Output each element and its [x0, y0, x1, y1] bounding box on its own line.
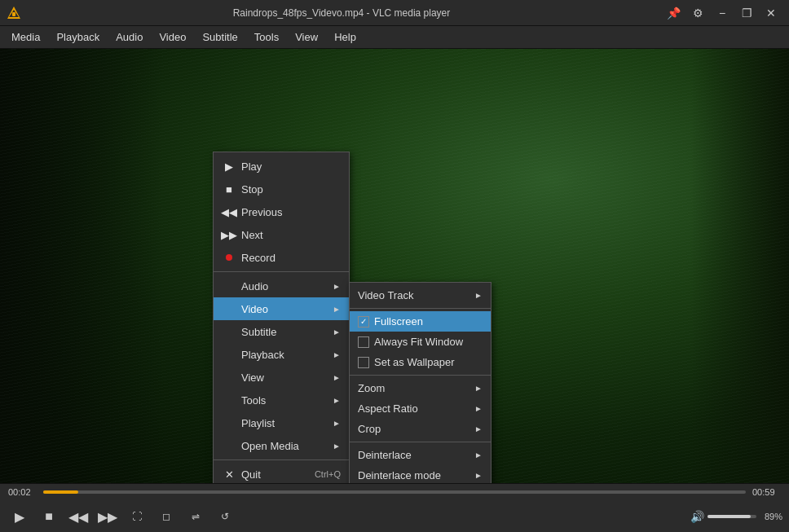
ctx-playback[interactable]: Playback ► [214, 343, 349, 366]
window-title: Raindrops_48fps_Videvo.mp4 - VLC media p… [21, 7, 662, 19]
ctx-subtitle[interactable]: Subtitle ► [214, 320, 349, 343]
playlist-icon [222, 415, 236, 430]
audio-icon [222, 279, 236, 293]
ctx-view-label: View [241, 372, 264, 384]
play-button[interactable]: ▶ [7, 505, 33, 528]
controls-right: 🔊 89% [690, 510, 782, 523]
ctx-deinterlace-label: Deinterlace [358, 449, 412, 461]
menu-video[interactable]: Video [151, 29, 194, 46]
ctx-zoom-label: Zoom [358, 382, 385, 394]
volume-bar[interactable] [707, 515, 756, 518]
always-fit-checkbox [358, 336, 369, 348]
controls-row: ▶ ■ ◀◀ ▶▶ ⛶ ◻ ⇌ ↺ 🔊 89% [0, 500, 789, 532]
ctx-aspect-ratio[interactable]: Aspect Ratio ► [350, 398, 491, 419]
quit-shortcut: Ctrl+Q [315, 469, 341, 479]
ctx-set-wallpaper[interactable]: Set as Wallpaper [350, 352, 491, 372]
progress-bar[interactable] [43, 490, 746, 494]
aspect-ratio-arrow: ► [474, 404, 483, 413]
tools-icon [222, 393, 236, 407]
ctx-video-sep-1 [350, 308, 491, 309]
loop-button[interactable]: ↺ [212, 505, 238, 528]
menu-media[interactable]: Media [3, 29, 48, 46]
window-controls: 📌 ⚙ − ❐ ✕ [662, 4, 782, 22]
menu-subtitle[interactable]: Subtitle [194, 29, 245, 46]
volume-icon: 🔊 [690, 510, 704, 523]
maximize-button[interactable]: ❐ [735, 4, 758, 22]
stop-icon: ■ [222, 182, 236, 196]
subtitle-icon [222, 324, 236, 339]
ctx-quit[interactable]: ✕ Quit Ctrl+Q [214, 463, 349, 483]
ctx-play[interactable]: ▶ Play [214, 155, 349, 178]
zoom-arrow: ► [474, 384, 483, 393]
menu-playback[interactable]: Playback [48, 29, 108, 46]
prev-button[interactable]: ◀◀ [65, 505, 91, 528]
ctx-zoom[interactable]: Zoom ► [350, 378, 491, 398]
open-media-icon [222, 438, 236, 453]
ctx-video-track-label: Video Track [358, 289, 413, 301]
ctx-record[interactable]: Record [214, 246, 349, 269]
view-menu-icon [222, 370, 236, 385]
ctx-video[interactable]: Video ► [214, 297, 349, 320]
video-icon [222, 301, 236, 316]
open-media-arrow: ► [333, 442, 341, 451]
ctx-view[interactable]: View ► [214, 366, 349, 389]
video-area: ▶ Play ■ Stop ◀◀ Previous ▶▶ Next Record… [0, 49, 789, 483]
next-button[interactable]: ▶▶ [95, 505, 121, 528]
time-current: 00:02 [8, 487, 37, 497]
ctx-video-track[interactable]: Video Track ► [350, 285, 491, 306]
ctx-always-fit[interactable]: Always Fit Window [350, 332, 491, 352]
titlebar: Raindrops_48fps_Videvo.mp4 - VLC media p… [0, 0, 789, 26]
deinterlace-arrow: ► [474, 451, 483, 459]
ctx-deinterlace[interactable]: Deinterlace ► [350, 445, 491, 465]
menu-view[interactable]: View [287, 29, 326, 46]
shuffle-button[interactable]: ⇌ [183, 505, 209, 528]
menubar: Media Playback Audio Video Subtitle Tool… [0, 26, 789, 49]
ctx-next[interactable]: ▶▶ Next [214, 223, 349, 246]
ctx-deinterlace-mode[interactable]: Deinterlace mode ► [350, 465, 491, 483]
context-menu-video: Video Track ► ✓ Fullscreen Always Fit Wi… [349, 282, 491, 483]
settings-button[interactable]: ⚙ [686, 4, 709, 22]
ctx-audio-label: Audio [241, 280, 268, 292]
ctx-playlist[interactable]: Playlist ► [214, 411, 349, 434]
ctx-set-wallpaper-label: Set as Wallpaper [374, 356, 455, 368]
menu-help[interactable]: Help [326, 29, 364, 46]
audio-arrow: ► [333, 282, 341, 291]
ctx-play-label: Play [241, 160, 262, 173]
view-arrow: ► [333, 373, 341, 382]
playback-icon [222, 347, 236, 362]
wallpaper-checkbox [358, 357, 369, 368]
stop-button[interactable]: ■ [36, 505, 62, 528]
ctx-open-media-label: Open Media [241, 440, 299, 452]
ctx-audio[interactable]: Audio ► [214, 275, 349, 297]
ctx-tools-label: Tools [241, 394, 266, 407]
ctx-open-media[interactable]: Open Media ► [214, 434, 349, 457]
ctx-crop[interactable]: Crop ► [350, 419, 491, 439]
subtitle-arrow: ► [333, 328, 341, 336]
menu-audio[interactable]: Audio [108, 29, 151, 46]
minimize-button[interactable]: − [711, 4, 734, 22]
pin-button[interactable]: 📌 [662, 4, 685, 22]
video-track-arrow: ► [474, 291, 483, 300]
ctx-tools[interactable]: Tools ► [214, 389, 349, 411]
ctx-stop[interactable]: ■ Stop [214, 178, 349, 200]
video-arrow: ► [333, 305, 341, 314]
close-button[interactable]: ✕ [760, 4, 782, 22]
deinterlace-mode-arrow: ► [474, 471, 483, 480]
ctx-stop-label: Stop [241, 183, 263, 196]
ctx-deinterlace-mode-label: Deinterlace mode [358, 469, 441, 481]
fullscreen-button[interactable]: ⛶ [124, 505, 150, 528]
menu-tools[interactable]: Tools [246, 29, 287, 46]
ctx-previous[interactable]: ◀◀ Previous [214, 200, 349, 223]
ctx-fullscreen[interactable]: ✓ Fullscreen [350, 311, 491, 332]
ctx-fullscreen-label: Fullscreen [374, 315, 423, 328]
time-total: 00:59 [752, 487, 781, 497]
play-icon: ▶ [222, 159, 236, 174]
ctx-video-label: Video [241, 303, 268, 315]
extended-settings-button[interactable]: ◻ [153, 505, 179, 528]
checkmark-icon: ✓ [360, 317, 367, 326]
ctx-subtitle-label: Subtitle [241, 326, 276, 338]
playback-arrow: ► [333, 350, 341, 359]
quit-icon: ✕ [222, 467, 236, 481]
progress-bar-fill [43, 490, 78, 494]
controls-left: ▶ ■ ◀◀ ▶▶ ⛶ ◻ ⇌ ↺ [7, 505, 238, 528]
